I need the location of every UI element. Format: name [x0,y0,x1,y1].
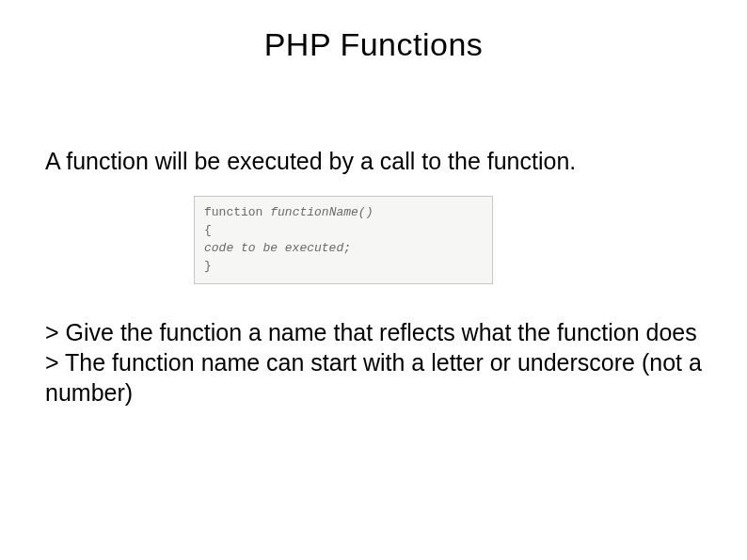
bullet-list: > Give the function a name that reflects… [45,317,702,408]
code-line: code to be executed; [204,241,351,255]
code-function-name: functionName() [262,205,373,219]
bullet-item: > Give the function a name that reflects… [45,317,702,347]
code-line: { [204,223,212,237]
code-keyword: function [204,205,262,219]
code-example: function functionName() { code to be exe… [194,196,493,284]
slide-title: PHP Functions [0,0,747,63]
bullet-item: > The function name can start with a let… [45,347,702,408]
intro-text: A function will be executed by a call to… [45,146,702,177]
code-line: } [204,259,212,273]
